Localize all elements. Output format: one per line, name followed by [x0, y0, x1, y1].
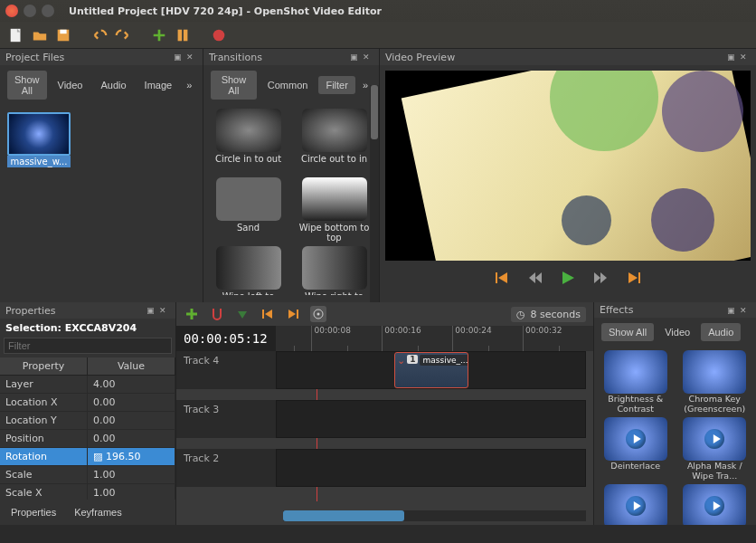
project-tab-video[interactable]: Video	[51, 76, 90, 94]
effects-tab-show-all[interactable]: Show All	[601, 323, 654, 341]
transitions-tab-common[interactable]: Common	[260, 76, 316, 94]
transitions-scrollbar[interactable]	[370, 85, 379, 302]
save-project-button[interactable]	[54, 26, 72, 44]
center-playhead-button[interactable]	[310, 306, 326, 322]
add-marker-button[interactable]	[234, 306, 250, 322]
properties-tab-properties[interactable]: Properties	[4, 503, 63, 521]
effect-label: Brightness & Contrast	[598, 394, 674, 414]
jump-end-button[interactable]	[625, 270, 641, 286]
property-value[interactable]: 0.00	[88, 394, 175, 411]
transitions-filter[interactable]: Filter	[318, 76, 354, 94]
timeline-track[interactable]: Track 4⌄1massive_...	[176, 351, 586, 389]
transitions-tab-show-all[interactable]: Show All	[211, 71, 257, 100]
panel-close-button[interactable]: ✕	[740, 306, 751, 315]
effect-item[interactable]: Brightness & Contrast	[598, 350, 674, 414]
track-body[interactable]: ⌄1massive_...	[276, 351, 586, 389]
effect-item[interactable]: Color Saturation	[677, 484, 753, 525]
properties-tab-keyframes[interactable]: Keyframes	[67, 503, 129, 521]
add-track-button[interactable]	[184, 306, 200, 322]
effect-item[interactable]: Negative	[598, 484, 674, 525]
timeline-track[interactable]: Track 3	[176, 400, 586, 438]
timeline-tick: 00:00:24	[452, 326, 523, 351]
property-row[interactable]: Scale X1.00	[0, 484, 175, 500]
properties-col-property[interactable]: Property	[0, 357, 88, 375]
properties-panel: Properties ▣ ✕ Selection: EXCCA8V204 Pro…	[0, 302, 176, 525]
effect-label: Deinterlace	[598, 461, 674, 481]
next-marker-button[interactable]	[285, 306, 301, 322]
profile-button[interactable]	[174, 26, 192, 44]
new-project-button[interactable]	[7, 26, 25, 44]
undo-button[interactable]	[90, 26, 109, 44]
export-button[interactable]	[210, 26, 228, 44]
panel-close-button[interactable]: ✕	[363, 52, 373, 62]
track-body[interactable]	[276, 400, 586, 438]
effect-item[interactable]: Chroma Key (Greenscreen)	[677, 350, 753, 414]
transition-label: Wipe left to	[207, 291, 289, 295]
window-maximize-button[interactable]	[42, 5, 54, 17]
project-file-item[interactable]: massive_w...	[7, 112, 71, 167]
panel-undock-button[interactable]: ▣	[146, 306, 157, 315]
play-button[interactable]	[560, 270, 576, 286]
property-value[interactable]: 4.00	[88, 376, 175, 393]
project-tab-audio[interactable]: Audio	[93, 76, 133, 94]
panel-undock-button[interactable]: ▣	[727, 306, 738, 315]
project-tab-overflow[interactable]: »	[183, 76, 195, 94]
property-row[interactable]: Layer4.00	[0, 376, 175, 394]
effect-label: Chroma Key (Greenscreen)	[677, 394, 753, 414]
window-close-button[interactable]	[5, 5, 18, 17]
panel-close-button[interactable]: ✕	[740, 52, 751, 62]
effects-tab-video[interactable]: Video	[657, 323, 697, 341]
svg-marker-13	[600, 272, 607, 283]
transition-item[interactable]: Wipe right to	[293, 246, 375, 295]
panel-undock-button[interactable]: ▣	[174, 52, 184, 62]
property-row[interactable]: Position0.00	[0, 430, 175, 448]
property-value[interactable]: 0.00	[88, 430, 175, 447]
prev-marker-button[interactable]	[260, 306, 276, 322]
jump-start-button[interactable]	[495, 270, 511, 286]
timeline-scrollbar[interactable]	[283, 510, 586, 521]
panel-undock-button[interactable]: ▣	[727, 52, 738, 62]
track-header[interactable]: Track 3	[176, 400, 276, 438]
properties-col-value[interactable]: Value	[88, 357, 175, 375]
video-preview-canvas[interactable]	[385, 71, 751, 261]
panel-close-button[interactable]: ✕	[186, 52, 197, 62]
effects-tab-audio[interactable]: Audio	[701, 323, 741, 341]
clip-badge: 1	[407, 355, 418, 364]
window-title: Untitled Project [HDV 720 24p] - OpenSho…	[69, 5, 382, 17]
redo-button[interactable]	[114, 26, 132, 44]
property-row[interactable]: Scale1.00	[0, 466, 175, 484]
property-row[interactable]: Location Y0.00	[0, 412, 175, 430]
timeline-clip[interactable]: ⌄1massive_...	[394, 352, 468, 388]
fast-forward-button[interactable]	[592, 270, 609, 286]
open-project-button[interactable]	[31, 26, 49, 44]
property-row[interactable]: Location X0.00	[0, 394, 175, 412]
transition-item[interactable]: Wipe left to	[207, 246, 289, 295]
effect-item[interactable]: Deinterlace	[598, 417, 674, 481]
panel-close-button[interactable]: ✕	[159, 306, 170, 315]
property-value[interactable]: ▨ 196.50	[88, 448, 175, 465]
property-value[interactable]: 1.00	[88, 466, 175, 483]
timeline-ruler[interactable]: 00:00:0800:00:1600:00:2400:00:32	[276, 326, 593, 351]
timeline-track[interactable]: Track 2	[176, 449, 586, 487]
effect-item[interactable]: Alpha Mask / Wipe Tra...	[677, 417, 753, 481]
properties-filter-input[interactable]	[4, 338, 172, 354]
transition-item[interactable]: Sand	[207, 177, 289, 243]
track-header[interactable]: Track 2	[176, 449, 276, 487]
property-value[interactable]: 0.00	[88, 412, 175, 429]
property-row[interactable]: Rotation▨ 196.50	[0, 448, 175, 466]
snap-button[interactable]	[209, 306, 225, 322]
project-tab-image[interactable]: Image	[137, 76, 180, 94]
rewind-button[interactable]	[527, 270, 543, 286]
timeline-duration-chip[interactable]: ◷ 8 seconds	[511, 307, 586, 322]
transition-item[interactable]: Wipe bottom to top	[293, 177, 375, 243]
track-body[interactable]	[276, 449, 586, 487]
import-button[interactable]	[150, 26, 168, 44]
panel-undock-button[interactable]: ▣	[350, 52, 361, 62]
svg-marker-14	[628, 272, 638, 283]
project-tab-show-all[interactable]: Show All	[7, 71, 47, 100]
transition-item[interactable]: Circle in to out	[207, 109, 289, 174]
transition-item[interactable]: Circle out to in	[293, 109, 375, 174]
property-value[interactable]: 1.00	[88, 484, 175, 500]
track-header[interactable]: Track 4	[176, 351, 276, 389]
window-minimize-button[interactable]	[24, 5, 36, 17]
